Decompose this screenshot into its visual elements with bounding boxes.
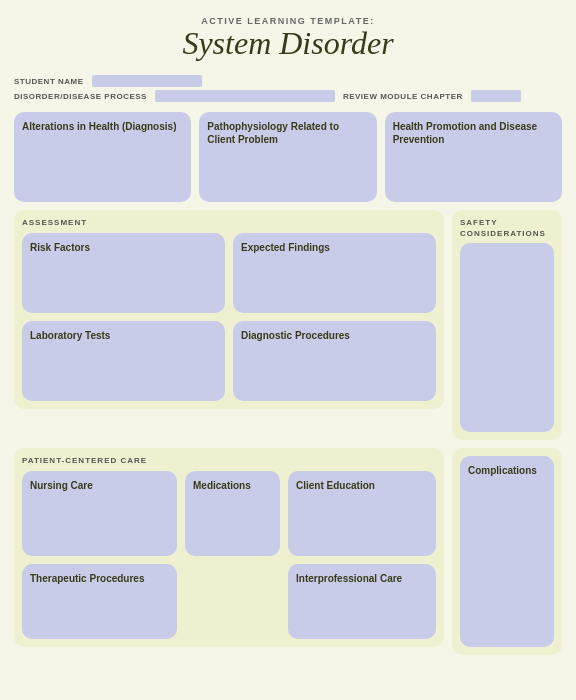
pcc-label: PATIENT-CENTERED CARE bbox=[22, 456, 436, 465]
assessment-card-0[interactable]: Risk Factors bbox=[22, 233, 225, 313]
assessment-section: ASSESSMENT Risk Factors Expected Finding… bbox=[14, 210, 444, 409]
safety-content[interactable] bbox=[460, 243, 554, 432]
assessment-card-0-title: Risk Factors bbox=[30, 241, 217, 254]
top-card-1[interactable]: Pathophysiology Related to Client Proble… bbox=[199, 112, 376, 202]
pcc-bottom-row: Therapeutic Procedures Interprofessional… bbox=[22, 564, 436, 639]
complications-section: Complications bbox=[452, 448, 562, 655]
disorder-row: DISORDER/DISEASE PROCESS REVIEW MODULE C… bbox=[14, 90, 562, 102]
module-field[interactable] bbox=[471, 90, 521, 102]
assessment-label: ASSESSMENT bbox=[22, 218, 436, 227]
student-row: STUDENT NAME bbox=[14, 75, 562, 87]
pcc-card-nursing[interactable]: Nursing Care bbox=[22, 471, 177, 556]
complications-title: Complications bbox=[468, 464, 546, 477]
safety-section: SAFETY CONSIDERATIONS bbox=[452, 210, 562, 440]
pcc-card-interprofessional[interactable]: Interprofessional Care bbox=[288, 564, 436, 639]
assessment-main: ASSESSMENT Risk Factors Expected Finding… bbox=[14, 210, 444, 440]
assessment-row: ASSESSMENT Risk Factors Expected Finding… bbox=[14, 210, 562, 440]
pcc-card-education[interactable]: Client Education bbox=[288, 471, 436, 556]
assessment-card-2[interactable]: Laboratory Tests bbox=[22, 321, 225, 401]
assessment-grid: Risk Factors Expected Findings Laborator… bbox=[22, 233, 436, 401]
student-label: STUDENT NAME bbox=[14, 77, 84, 86]
page: ACTIVE LEARNING TEMPLATE: System Disorde… bbox=[0, 0, 576, 700]
pcc-medications-title: Medications bbox=[193, 479, 272, 492]
pcc-section: PATIENT-CENTERED CARE Nursing Care Medic… bbox=[14, 448, 444, 647]
pcc-spacer bbox=[185, 564, 280, 639]
complications-card[interactable]: Complications bbox=[460, 456, 554, 647]
pcc-card-medications[interactable]: Medications bbox=[185, 471, 280, 556]
pcc-interprofessional-title: Interprofessional Care bbox=[296, 572, 428, 585]
header: ACTIVE LEARNING TEMPLATE: System Disorde… bbox=[14, 10, 562, 65]
header-title: System Disorder bbox=[14, 26, 562, 61]
safety-side: SAFETY CONSIDERATIONS bbox=[452, 210, 562, 440]
assessment-card-3-title: Diagnostic Procedures bbox=[241, 329, 428, 342]
safety-label: SAFETY CONSIDERATIONS bbox=[460, 218, 554, 239]
pcc-education-title: Client Education bbox=[296, 479, 428, 492]
module-label: REVIEW MODULE CHAPTER bbox=[343, 92, 463, 101]
assessment-card-2-title: Laboratory Tests bbox=[30, 329, 217, 342]
top-card-1-title: Pathophysiology Related to Client Proble… bbox=[207, 120, 368, 146]
top-card-0-title: Alterations in Health (Diagnosis) bbox=[22, 120, 183, 133]
assessment-card-3[interactable]: Diagnostic Procedures bbox=[233, 321, 436, 401]
pcc-top-row: Nursing Care Medications Client Educatio… bbox=[22, 471, 436, 556]
top-three-section: Alterations in Health (Diagnosis) Pathop… bbox=[14, 112, 562, 202]
pcc-card-therapeutic[interactable]: Therapeutic Procedures bbox=[22, 564, 177, 639]
top-card-2-title: Health Promotion and Disease Prevention bbox=[393, 120, 554, 146]
pcc-nursing-title: Nursing Care bbox=[30, 479, 169, 492]
pcc-therapeutic-title: Therapeutic Procedures bbox=[30, 572, 169, 585]
disorder-field[interactable] bbox=[155, 90, 335, 102]
student-name-field[interactable] bbox=[92, 75, 202, 87]
disorder-label: DISORDER/DISEASE PROCESS bbox=[14, 92, 147, 101]
assessment-card-1-title: Expected Findings bbox=[241, 241, 428, 254]
complications-side: Complications bbox=[452, 448, 562, 655]
top-card-2[interactable]: Health Promotion and Disease Prevention bbox=[385, 112, 562, 202]
top-card-0[interactable]: Alterations in Health (Diagnosis) bbox=[14, 112, 191, 202]
assessment-card-1[interactable]: Expected Findings bbox=[233, 233, 436, 313]
pcc-row: PATIENT-CENTERED CARE Nursing Care Medic… bbox=[14, 448, 562, 655]
pcc-main: PATIENT-CENTERED CARE Nursing Care Medic… bbox=[14, 448, 444, 655]
